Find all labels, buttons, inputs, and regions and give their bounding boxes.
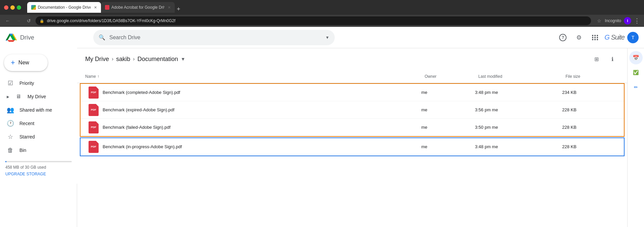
sidebar-item-shared[interactable]: 👥 Shared with me [0,103,72,117]
column-owner: Owner [425,74,478,79]
traffic-lights[interactable] [4,5,21,10]
file-name-cell-1: PDF Benchmark (completed-Adobe Sign).pdf [89,87,421,99]
storage-bar-fill [5,161,6,162]
search-icon: 🔍 [99,34,105,41]
file-name-4: Benchmark (in-progress-Adobe Sign).pdf [103,144,182,149]
back-button[interactable]: ← [4,17,11,24]
sidebar-item-recent-label: Recent [19,121,34,126]
new-button[interactable]: + New [4,54,48,71]
file-row-2[interactable]: PDF Benchmark (expired-Adobe Sign).pdf m… [80,101,624,119]
settings-button[interactable]: ⚙ [572,31,586,44]
tasks-panel-icon[interactable]: ✅ [629,66,643,79]
minimize-button[interactable] [10,5,15,10]
orange-selection-group: PDF Benchmark (completed-Adobe Sign).pdf… [80,83,625,137]
new-button-label: New [18,60,29,66]
breadcrumb-documentation: Documentation [138,56,178,63]
bookmark-star[interactable]: ☆ [597,18,601,23]
info-button[interactable]: ℹ [606,52,619,66]
sidebar-item-my-drive-label: My Drive [28,94,46,99]
file-owner-4: me [421,144,475,149]
starred-icon: ☆ [7,133,14,140]
address-bar[interactable]: 🔒 drive.google.com/drive/folders/1D3fLOA… [36,16,591,25]
content-header-right: ⊞ ℹ [590,52,619,66]
file-modified-3: 3:50 pm me [475,125,562,130]
file-rows-container: PDF Benchmark (completed-Adobe Sign).pdf… [77,83,627,156]
apps-icon [592,35,598,40]
new-tab-button[interactable]: + [177,6,180,13]
breadcrumb-sep-2: › [133,56,135,62]
chrome-menu-button[interactable]: ⋮ [634,17,640,24]
lock-icon: 🔒 [40,19,44,23]
tab-acrobat[interactable]: Adobe Acrobat for Google Driv... ✕ [101,2,175,13]
breadcrumb: My Drive › sakib › Documentation ▼ ⊞ ℹ [77,48,627,70]
file-owner-3: me [421,125,475,130]
drive-logo-icon [5,32,17,43]
tab-drive[interactable]: Documentation - Google Drive ✕ [27,2,101,13]
right-panel: 📅 ✅ ✏ [627,48,644,227]
breadcrumb-sakib[interactable]: sakib [116,56,130,63]
file-name-cell-4: PDF Benchmark (in-progress-Adobe Sign).p… [89,141,421,153]
tab-drive-label: Documentation - Google Drive [38,5,91,10]
file-row-1[interactable]: PDF Benchmark (completed-Adobe Sign).pdf… [80,84,624,101]
file-modified-4: 3:48 pm me [475,144,562,149]
settings-icon: ⚙ [576,34,582,41]
tab-acrobat-label: Adobe Acrobat for Google Driv... [111,5,164,10]
forward-button[interactable]: → [15,17,22,24]
pdf-icon-1: PDF [89,87,99,99]
sidebar-item-priority-label: Priority [19,80,34,86]
apps-button[interactable] [588,31,602,44]
maximize-button[interactable] [17,5,21,10]
user-avatar[interactable]: T [627,32,639,43]
file-row-3[interactable]: PDF Benchmark (failed-Adobe Sign).pdf me… [80,119,624,136]
column-last-modified: Last modified [478,74,566,79]
file-size-4: 228 KB [562,144,616,149]
search-dropdown-button[interactable]: ▼ [325,35,329,40]
logo-area: Drive [5,32,72,43]
priority-icon: ☑ [7,79,14,87]
sort-icon[interactable]: ↑ [97,74,99,79]
browser-right-controls: Incognito I ⋮ [605,17,640,24]
sidebar-item-starred-label: Starred [19,134,35,139]
storage-bar-background [5,161,72,162]
shared-icon: 👥 [7,106,14,114]
storage-section: 458 MB of 30 GB used UPGRADE STORAGE [0,157,77,180]
file-modified-1: 3:48 pm me [475,90,562,95]
reload-button[interactable]: ↺ [25,17,32,24]
tab-acrobat-close[interactable]: ✕ [168,5,171,10]
chrome-user-avatar[interactable]: I [624,17,631,24]
gsuite-logo: G Suite [604,34,625,41]
edit-panel-icon[interactable]: ✏ [629,80,643,94]
file-modified-2: 3:56 pm me [475,107,562,112]
file-name-cell-3: PDF Benchmark (failed-Adobe Sign).pdf [89,121,421,133]
breadcrumb-dropdown-button[interactable]: ▼ [181,56,185,62]
sidebar-item-shared-label: Shared with me [19,107,52,113]
url-text: drive.google.com/drive/folders/1D3fLOA5t… [47,18,175,23]
sidebar-item-priority[interactable]: ☑ Priority [0,76,72,90]
file-row-4[interactable]: PDF Benchmark (in-progress-Adobe Sign).p… [80,138,624,156]
main-content: My Drive › sakib › Documentation ▼ ⊞ ℹ [77,48,627,227]
tab-acrobat-favicon [105,5,109,10]
search-input[interactable]: Search Drive [109,35,321,41]
file-owner-1: me [421,90,475,95]
file-size-1: 234 KB [562,90,616,95]
breadcrumb-sep-1: › [112,56,113,62]
close-button[interactable] [4,5,8,10]
sidebar-item-recent[interactable]: 🕐 Recent [0,117,72,130]
header-right: ? ⚙ [556,31,639,44]
tab-drive-close[interactable]: ✕ [94,5,97,10]
tab-drive-favicon [31,5,36,10]
breadcrumb-my-drive[interactable]: My Drive [85,56,109,63]
grid-view-button[interactable]: ⊞ [590,52,603,66]
sidebar-item-bin[interactable]: 🗑 Bin [0,144,72,157]
drive-logo-text: Drive [20,34,34,41]
sidebar-item-starred[interactable]: ☆ Starred [0,130,72,144]
sidebar-item-my-drive[interactable]: ▶ 🖥 My Drive [0,90,72,103]
calendar-panel-icon[interactable]: 📅 [629,51,643,64]
app-header: 🔍 Search Drive ▼ ? ⚙ [77,27,644,48]
pdf-icon-4: PDF [89,141,99,153]
file-list-header: Name ↑ Owner Last modified File size [77,70,627,83]
upgrade-storage-link[interactable]: UPGRADE STORAGE [5,172,72,176]
help-button[interactable]: ? [556,31,570,44]
search-bar[interactable]: 🔍 Search Drive ▼ [93,30,335,45]
new-plus-icon: + [11,58,15,67]
